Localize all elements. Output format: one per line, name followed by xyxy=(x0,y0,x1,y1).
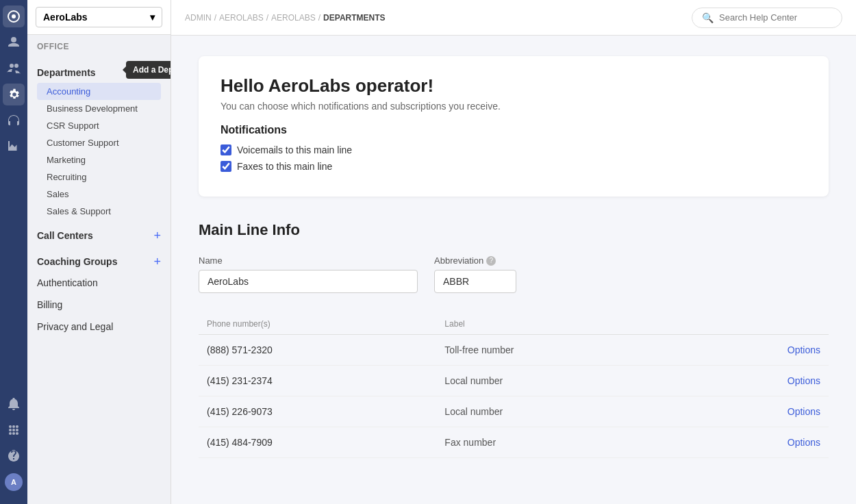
name-label: Name xyxy=(199,255,418,266)
coaching-groups-label: Coaching Groups xyxy=(37,256,117,267)
phone-row-1: (415) 231-2374 Local number Options xyxy=(199,366,829,396)
sidebar-item-marketing[interactable]: Marketing xyxy=(37,151,161,168)
add-call-center-button[interactable]: + xyxy=(153,229,161,242)
office-label: Office xyxy=(37,42,161,51)
breadcrumb-sep1: / xyxy=(214,13,216,23)
coaching-groups-group: Coaching Groups + xyxy=(27,246,171,272)
phone-row-0: (888) 571-2320 Toll-free number Options xyxy=(199,335,829,366)
avatar-icon[interactable]: A xyxy=(3,471,25,493)
headset-icon[interactable] xyxy=(3,110,25,131)
search-input[interactable] xyxy=(719,12,832,23)
voicemail-checkbox[interactable] xyxy=(221,144,231,155)
voicemail-label: Voicemails to this main line xyxy=(237,144,352,155)
logo-icon[interactable] xyxy=(3,5,25,27)
icon-bar: A xyxy=(0,0,27,504)
breadcrumb-current: DEPARTMENTS xyxy=(323,13,385,23)
call-centers-label: Call Centers xyxy=(37,230,93,241)
sidebar: AeroLabs ▾ Office Departments + Add a De… xyxy=(27,0,171,504)
notifications-icon[interactable] xyxy=(3,393,25,415)
phone-col-header: Phone number(s) xyxy=(199,314,436,335)
add-department-button[interactable]: + xyxy=(153,66,161,79)
apps-icon[interactable] xyxy=(3,419,25,441)
users-icon[interactable] xyxy=(3,58,25,79)
hello-card: Hello AeroLabs operator! You can choose … xyxy=(199,56,829,197)
add-department-tooltip: Add a Department xyxy=(126,61,171,79)
options-link-3[interactable]: Options xyxy=(685,427,829,458)
settings-icon[interactable] xyxy=(3,84,25,105)
sidebar-item-accounting[interactable]: Accounting xyxy=(37,83,161,100)
departments-list: Accounting Business Development CSR Supp… xyxy=(37,83,161,220)
svg-point-9 xyxy=(12,432,15,435)
phone-number-2: (415) 226-9073 xyxy=(199,396,436,427)
billing-item[interactable]: Billing xyxy=(27,294,171,316)
sidebar-item-recruiting[interactable]: Recruiting xyxy=(37,168,161,186)
options-link-0[interactable]: Options xyxy=(685,335,829,366)
phone-table: Phone number(s) Label (888) 571-2320 Tol… xyxy=(199,314,829,458)
sidebar-item-sales-support[interactable]: Sales & Support xyxy=(37,203,161,220)
abbr-help-icon[interactable]: ? xyxy=(486,256,496,266)
main-line-title: Main Line Info xyxy=(199,221,829,239)
content-area: Hello AeroLabs operator! You can choose … xyxy=(171,36,856,504)
svg-point-8 xyxy=(9,432,12,435)
svg-point-2 xyxy=(9,425,12,428)
svg-point-10 xyxy=(16,432,18,435)
label-col-header: Label xyxy=(436,314,685,335)
departments-header[interactable]: Departments + Add a Department xyxy=(37,62,161,83)
breadcrumb: ADMIN / AEROLABS / AEROLABS / DEPARTMENT… xyxy=(185,13,386,23)
phone-row-2: (415) 226-9073 Local number Options xyxy=(199,396,829,427)
breadcrumb-aerolabs1: AEROLABS xyxy=(219,13,264,23)
call-centers-header[interactable]: Call Centers + xyxy=(37,225,161,246)
phone-label-3: Fax number xyxy=(436,427,685,458)
main-content: ADMIN / AEROLABS / AEROLABS / DEPARTMENT… xyxy=(171,0,856,504)
voicemail-checkbox-row: Voicemails to this main line xyxy=(221,144,807,155)
phone-number-0: (888) 571-2320 xyxy=(199,335,436,366)
coaching-groups-header[interactable]: Coaching Groups + xyxy=(37,251,161,272)
svg-point-7 xyxy=(16,429,18,431)
svg-point-3 xyxy=(12,425,15,428)
phone-label-2: Local number xyxy=(436,396,685,427)
departments-label: Departments xyxy=(37,67,96,78)
abbr-input[interactable] xyxy=(434,270,516,293)
fax-label: Faxes to this main line xyxy=(237,161,332,172)
name-input[interactable] xyxy=(199,270,418,293)
help-icon[interactable] xyxy=(3,445,25,467)
sidebar-item-sales[interactable]: Sales xyxy=(37,186,161,203)
analytics-icon[interactable] xyxy=(3,136,25,158)
breadcrumb-admin: ADMIN xyxy=(185,13,212,23)
sidebar-item-business-development[interactable]: Business Development xyxy=(37,100,161,117)
name-form-group: Name xyxy=(199,255,418,293)
main-line-section: Main Line Info Name Abbreviation ? xyxy=(199,221,829,458)
add-coaching-group-button[interactable]: + xyxy=(153,255,161,268)
abbr-form-group: Abbreviation ? xyxy=(434,255,516,293)
svg-point-1 xyxy=(12,14,16,18)
topbar: ADMIN / AEROLABS / AEROLABS / DEPARTMENT… xyxy=(171,0,856,36)
phone-row-3: (415) 484-7909 Fax number Options xyxy=(199,427,829,458)
authentication-item[interactable]: Authentication xyxy=(27,272,171,294)
privacy-item[interactable]: Privacy and Legal xyxy=(27,316,171,338)
search-box: 🔍 xyxy=(692,8,842,28)
contacts-icon[interactable] xyxy=(3,32,25,53)
sidebar-item-csr-support[interactable]: CSR Support xyxy=(37,117,161,134)
notifications-heading: Notifications xyxy=(221,124,807,136)
phone-number-1: (415) 231-2374 xyxy=(199,366,436,396)
fax-checkbox-row: Faxes to this main line xyxy=(221,161,807,172)
phone-number-3: (415) 484-7909 xyxy=(199,427,436,458)
options-link-2[interactable]: Options xyxy=(685,396,829,427)
search-icon: 🔍 xyxy=(702,12,714,23)
departments-group: Departments + Add a Department Accountin… xyxy=(27,57,171,220)
hello-subtitle: You can choose which notifications and s… xyxy=(221,101,807,112)
org-name: AeroLabs xyxy=(43,12,88,23)
fax-checkbox[interactable] xyxy=(221,161,231,172)
svg-point-6 xyxy=(12,429,15,431)
breadcrumb-aerolabs2: AEROLABS xyxy=(271,13,316,23)
phone-label-0: Toll-free number xyxy=(436,335,685,366)
call-centers-group: Call Centers + xyxy=(27,220,171,246)
options-link-1[interactable]: Options xyxy=(685,366,829,396)
abbr-label: Abbreviation ? xyxy=(434,255,516,266)
org-selector[interactable]: AeroLabs ▾ xyxy=(36,7,162,27)
phone-label-1: Local number xyxy=(436,366,685,396)
breadcrumb-sep3: / xyxy=(318,13,320,23)
sidebar-item-customer-support[interactable]: Customer Support xyxy=(37,134,161,151)
hello-title: Hello AeroLabs operator! xyxy=(221,75,807,97)
svg-point-5 xyxy=(9,429,12,431)
